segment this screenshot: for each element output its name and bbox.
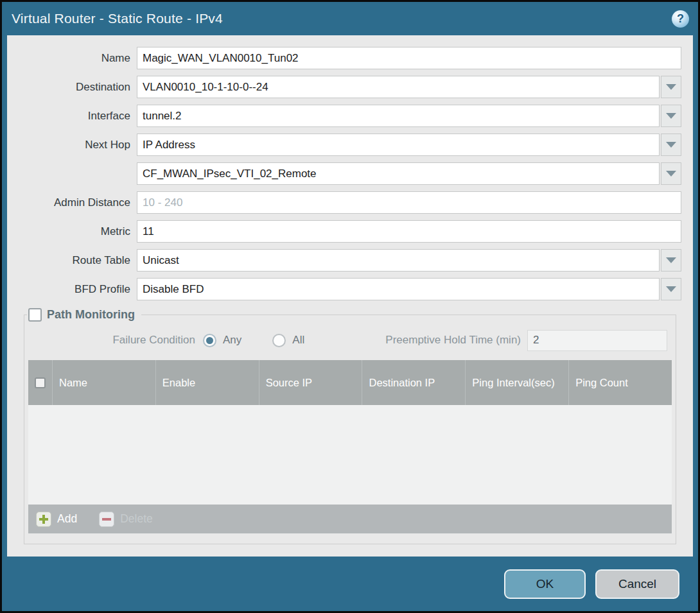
path-monitoring-table: Name Enable Source IP Destination IP Pin…: [28, 360, 672, 533]
dialog-body: Name Destination Interface: [7, 35, 693, 557]
table-toolbar: Add Delete: [28, 505, 672, 533]
form-row-bfd-profile: BFD Profile: [7, 275, 693, 304]
name-input[interactable]: [137, 47, 681, 69]
form-row-admin-distance: Admin Distance: [7, 188, 693, 217]
form-row-next-hop: Next Hop: [7, 130, 693, 159]
path-monitoring-checkbox[interactable]: [28, 308, 42, 322]
column-header-enable[interactable]: Enable: [155, 360, 259, 405]
ok-button[interactable]: OK: [504, 569, 586, 599]
select-all-checkbox[interactable]: [35, 377, 46, 388]
column-header-ping-count[interactable]: Ping Count: [568, 360, 672, 405]
destination-label: Destination: [7, 81, 137, 94]
add-button-label: Add: [57, 512, 77, 526]
admin-distance-input[interactable]: [137, 191, 681, 214]
form-row-interface: Interface: [7, 101, 693, 130]
table-select-all-cell: [28, 360, 52, 405]
dialog-titlebar: Virtual Router - Static Route - IPv4 ?: [2, 2, 698, 35]
column-header-destination-ip[interactable]: Destination IP: [362, 360, 465, 405]
form-row-name: Name: [7, 44, 693, 73]
column-header-source-ip[interactable]: Source IP: [259, 360, 362, 405]
metric-label: Metric: [7, 225, 137, 238]
form-row-next-hop-address: [7, 159, 693, 188]
chevron-down-icon: [666, 257, 676, 263]
next-hop-type-dropdown-button[interactable]: [661, 134, 681, 156]
chevron-down-icon: [666, 286, 676, 292]
plus-icon: [36, 512, 51, 527]
interface-input[interactable]: [137, 105, 660, 127]
delete-button[interactable]: Delete: [99, 512, 153, 527]
failure-condition-any-radio[interactable]: [203, 334, 216, 347]
chevron-down-icon: [666, 171, 676, 177]
path-monitoring-title: Path Monitoring: [47, 308, 135, 322]
next-hop-label: Next Hop: [7, 139, 137, 151]
preemptive-hold-time-label: Preemptive Hold Time (min): [385, 334, 527, 347]
interface-label: Interface: [7, 110, 137, 123]
failure-condition-label: Failure Condition: [33, 334, 203, 347]
bfd-profile-input[interactable]: [137, 278, 660, 300]
interface-dropdown-button[interactable]: [661, 105, 681, 127]
next-hop-address-dropdown-button[interactable]: [661, 162, 681, 185]
destination-input[interactable]: [137, 76, 660, 98]
form-row-destination: Destination: [7, 73, 693, 101]
admin-distance-label: Admin Distance: [7, 196, 137, 209]
path-monitoring-section: Path Monitoring Failure Condition Any Al…: [24, 308, 676, 544]
chevron-down-icon: [666, 113, 676, 119]
next-hop-address-input[interactable]: [137, 162, 660, 185]
minus-icon: [99, 512, 114, 527]
chevron-down-icon: [666, 84, 676, 90]
table-body-empty: [28, 405, 672, 505]
bfd-profile-dropdown-button[interactable]: [661, 278, 681, 300]
preemptive-hold-time-input[interactable]: [527, 330, 667, 351]
form-row-metric: Metric: [7, 217, 693, 246]
failure-condition-all-label: All: [292, 334, 304, 347]
column-header-name[interactable]: Name: [52, 360, 155, 405]
failure-condition-all-radio[interactable]: [272, 334, 286, 347]
table-header: Name Enable Source IP Destination IP Pin…: [28, 360, 672, 405]
route-table-dropdown-button[interactable]: [661, 249, 681, 272]
failure-condition-any-label: Any: [223, 334, 241, 347]
chevron-down-icon: [666, 142, 676, 148]
dialog-footer: OK Cancel: [2, 557, 698, 611]
metric-input[interactable]: [137, 220, 681, 243]
dialog-title: Virtual Router - Static Route - IPv4: [12, 11, 223, 26]
column-header-ping-interval[interactable]: Ping Interval(sec): [465, 360, 568, 405]
add-button[interactable]: Add: [36, 512, 77, 527]
failure-condition-row: Failure Condition Any All Preemptive Hol…: [33, 327, 667, 354]
name-label: Name: [7, 52, 137, 65]
dialog-window: Virtual Router - Static Route - IPv4 ? N…: [0, 0, 700, 613]
route-table-label: Route Table: [7, 254, 137, 267]
bfd-profile-label: BFD Profile: [7, 283, 137, 296]
form-row-route-table: Route Table: [7, 246, 693, 275]
cancel-button[interactable]: Cancel: [595, 569, 679, 599]
destination-dropdown-button[interactable]: [661, 76, 681, 98]
route-table-input[interactable]: [137, 249, 660, 272]
next-hop-type-input[interactable]: [137, 134, 660, 156]
delete-button-label: Delete: [120, 512, 153, 526]
help-icon[interactable]: ?: [672, 10, 689, 28]
path-monitoring-legend: Path Monitoring: [27, 308, 141, 322]
